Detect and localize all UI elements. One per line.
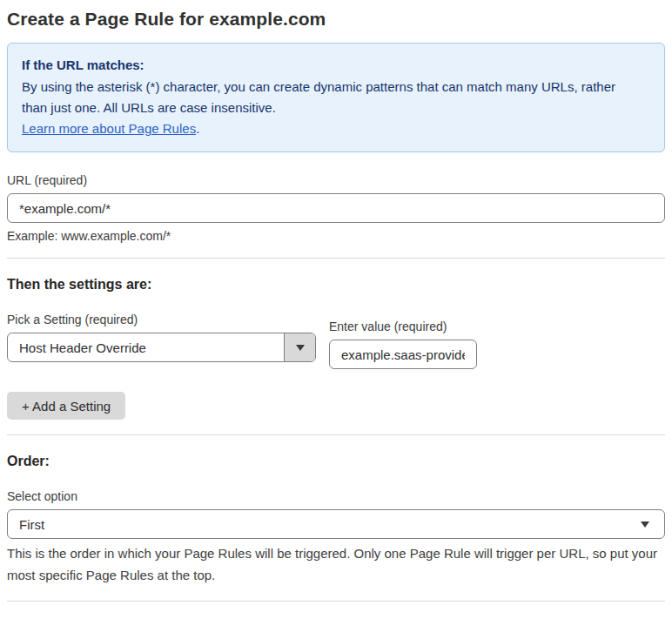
setting-select[interactable]: Host Header Override — [7, 333, 316, 362]
order-help-text: This is the order in which your Page Rul… — [7, 542, 662, 586]
learn-more-link[interactable]: Learn more about Page Rules — [22, 121, 196, 136]
pick-setting-group: Pick a Setting (required) Host Header Ov… — [7, 313, 316, 362]
enter-value-label: Enter value (required) — [329, 320, 477, 333]
divider — [7, 258, 665, 259]
setting-select-value: Host Header Override — [8, 333, 284, 361]
divider — [7, 601, 665, 602]
enter-value-group: Enter value (required) — [329, 320, 477, 369]
order-select[interactable]: First — [7, 509, 665, 539]
info-link-line: Learn more about Page Rules. — [22, 118, 650, 139]
setting-select-arrow-button[interactable] — [284, 333, 315, 361]
order-section-heading: Order: — [7, 454, 665, 469]
add-setting-wrap: + Add a Setting — [7, 392, 665, 420]
order-field-group: Select option First This is the order in… — [7, 489, 665, 586]
url-field-label: URL (required) — [7, 173, 665, 187]
settings-row: Pick a Setting (required) Host Header Ov… — [7, 313, 665, 369]
divider — [7, 434, 665, 435]
url-match-info-box: If the URL matches: By using the asteris… — [7, 43, 665, 152]
info-box-heading: If the URL matches: — [22, 55, 650, 76]
chevron-down-icon — [296, 345, 305, 351]
url-example-text: Example: www.example.com/* — [7, 229, 665, 243]
link-suffix: . — [196, 121, 199, 136]
settings-section-heading: Then the settings are: — [7, 277, 665, 293]
setting-value-input[interactable] — [329, 340, 477, 369]
order-select-label: Select option — [7, 489, 665, 503]
order-select-value: First — [8, 510, 634, 538]
order-select-arrow — [634, 510, 664, 538]
page-title: Create a Page Rule for example.com — [7, 9, 665, 30]
add-setting-button[interactable]: + Add a Setting — [7, 392, 125, 420]
url-input[interactable] — [7, 193, 665, 223]
chevron-down-icon — [641, 521, 649, 528]
page-rule-form: Create a Page Rule for example.com If th… — [0, 0, 672, 619]
pick-setting-label: Pick a Setting (required) — [7, 313, 316, 326]
url-field-group: URL (required) Example: www.example.com/… — [7, 173, 665, 243]
info-box-body: By using the asterisk (*) character, you… — [22, 77, 636, 118]
